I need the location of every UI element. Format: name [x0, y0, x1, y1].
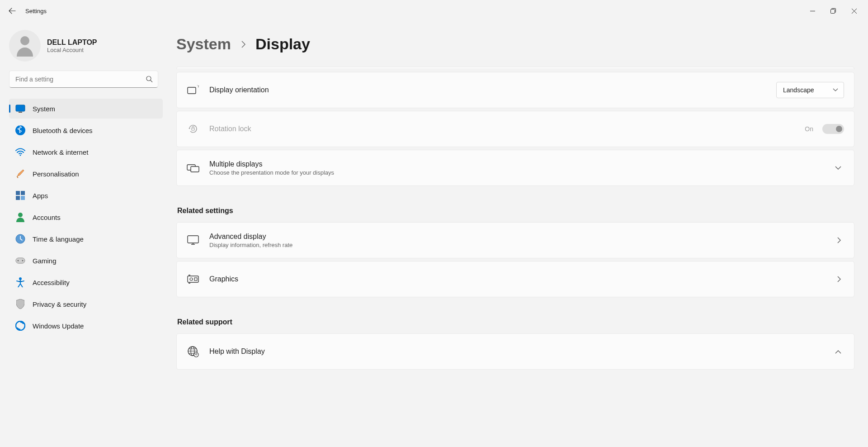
breadcrumb: System Display	[176, 35, 854, 53]
nav-item-apps[interactable]: Apps	[9, 185, 163, 205]
support-help-with-display[interactable]: Help with Display	[176, 333, 854, 370]
previous-card-edge	[176, 67, 854, 69]
maximize-icon	[830, 8, 836, 14]
profile-name: DELL LAPTOP	[47, 38, 97, 47]
bluetooth-icon	[14, 124, 26, 136]
person-icon	[14, 211, 26, 223]
search-icon	[146, 76, 153, 83]
nav-label: Bluetooth & devices	[33, 127, 93, 134]
svg-point-26	[190, 278, 193, 281]
maximize-button[interactable]	[823, 4, 844, 18]
svg-point-17	[22, 260, 24, 262]
svg-rect-21	[192, 128, 194, 130]
window-title: Settings	[25, 8, 47, 14]
nav-item-privacy[interactable]: Privacy & security	[9, 294, 163, 314]
content: System Display Display orientation Lands…	[167, 22, 868, 447]
wifi-icon	[14, 146, 26, 158]
nav-label: Apps	[33, 192, 48, 200]
toggle-knob	[836, 126, 842, 132]
setting-label: Help with Display	[209, 347, 832, 356]
setting-label: Display orientation	[209, 86, 776, 94]
profile-block[interactable]: DELL LAPTOP Local Account	[0, 26, 167, 71]
setting-multiple-displays[interactable]: Multiple displays Choose the presentatio…	[176, 150, 854, 186]
globe-help-icon	[187, 346, 199, 357]
select-value: Landscape	[783, 86, 814, 94]
svg-rect-10	[21, 191, 25, 195]
paintbrush-icon	[14, 168, 26, 180]
nav-item-time-language[interactable]: Time & language	[9, 229, 163, 249]
chevron-right-icon	[835, 237, 844, 243]
setting-graphics[interactable]: Graphics	[176, 261, 854, 297]
monitor-icon	[187, 235, 199, 245]
svg-point-8	[20, 155, 21, 156]
apps-icon	[14, 190, 26, 201]
title-bar: Settings	[0, 0, 868, 22]
svg-point-3	[146, 76, 151, 81]
nav-label: Accounts	[33, 214, 61, 221]
sidebar: DELL LAPTOP Local Account System Bluetoo…	[0, 22, 167, 447]
window-controls	[802, 4, 864, 18]
svg-rect-6	[19, 112, 22, 113]
nav-item-accessibility[interactable]: Accessibility	[9, 272, 163, 292]
rotation-lock-toggle	[822, 124, 844, 134]
setting-subtitle: Choose the presentation mode for your di…	[209, 169, 832, 176]
svg-rect-15	[16, 258, 25, 263]
setting-display-orientation[interactable]: Display orientation Landscape	[176, 72, 854, 108]
nav-item-bluetooth[interactable]: Bluetooth & devices	[9, 120, 163, 140]
svg-point-16	[18, 260, 19, 262]
svg-rect-9	[16, 191, 20, 195]
section-related-settings: Related settings	[177, 207, 854, 215]
nav: System Bluetooth & devices Network & int…	[0, 99, 167, 336]
orientation-icon	[187, 85, 199, 95]
multiple-displays-icon	[187, 163, 199, 173]
setting-label: Advanced display	[209, 233, 835, 241]
setting-label: Rotation lock	[209, 125, 805, 133]
graphics-card-icon	[187, 275, 199, 284]
system-icon	[14, 103, 26, 114]
arrow-left-icon	[9, 7, 16, 14]
accessibility-icon	[14, 276, 26, 288]
close-icon	[852, 9, 857, 14]
nav-label: Personalisation	[33, 170, 79, 178]
nav-label: Privacy & security	[33, 300, 86, 308]
search-input[interactable]	[9, 71, 158, 88]
avatar	[9, 30, 41, 62]
nav-item-personalisation[interactable]: Personalisation	[9, 164, 163, 184]
breadcrumb-current: Display	[255, 35, 310, 53]
nav-item-accounts[interactable]: Accounts	[9, 207, 163, 227]
setting-advanced-display[interactable]: Advanced display Display information, re…	[176, 222, 854, 258]
chevron-right-icon	[241, 41, 245, 48]
svg-rect-12	[21, 196, 25, 200]
gamepad-icon	[14, 255, 26, 266]
nav-label: Accessibility	[33, 279, 70, 286]
shield-icon	[14, 298, 26, 310]
nav-item-network[interactable]: Network & internet	[9, 142, 163, 162]
nav-label: Network & internet	[33, 148, 88, 156]
setting-subtitle: Display information, refresh rate	[209, 242, 835, 248]
chevron-right-icon	[835, 276, 844, 282]
svg-rect-4	[16, 105, 25, 111]
nav-label: System	[33, 105, 55, 113]
svg-point-19	[16, 321, 25, 330]
svg-rect-1	[831, 10, 835, 14]
nav-label: Windows Update	[33, 322, 84, 330]
profile-subtitle: Local Account	[47, 47, 97, 53]
orientation-select[interactable]: Landscape	[776, 82, 844, 98]
rotation-lock-icon	[187, 124, 199, 134]
back-button[interactable]	[4, 2, 21, 19]
svg-rect-11	[16, 196, 20, 200]
nav-item-gaming[interactable]: Gaming	[9, 251, 163, 271]
svg-point-13	[18, 213, 23, 217]
close-button[interactable]	[844, 4, 864, 18]
minimize-button[interactable]	[802, 4, 823, 18]
nav-item-windows-update[interactable]: Windows Update	[9, 316, 163, 336]
clock-icon	[14, 233, 26, 245]
svg-rect-20	[188, 87, 196, 94]
setting-rotation-lock: Rotation lock On	[176, 111, 854, 147]
svg-rect-24	[188, 236, 198, 243]
nav-item-system[interactable]: System	[9, 99, 163, 119]
chevron-down-icon	[833, 88, 838, 92]
search-field[interactable]	[9, 71, 158, 88]
update-icon	[14, 320, 26, 332]
breadcrumb-parent[interactable]: System	[176, 35, 231, 53]
